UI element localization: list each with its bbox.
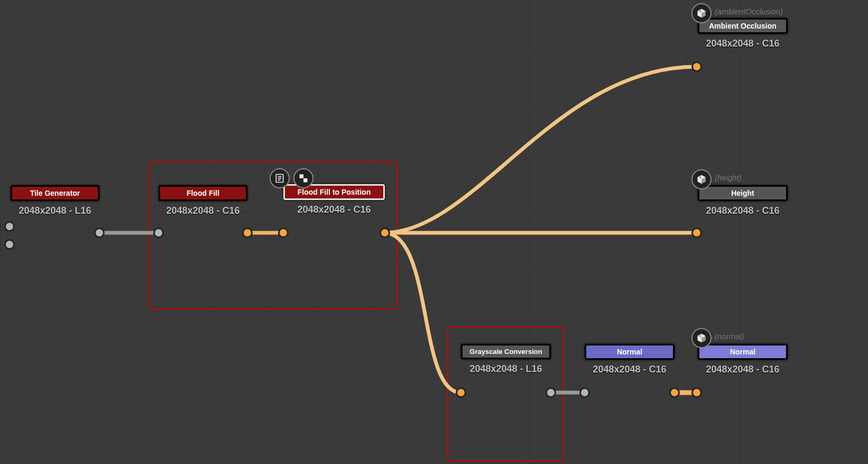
port-in-orange[interactable] (691, 61, 702, 72)
svg-rect-7 (303, 178, 308, 183)
port-in-grey[interactable] (579, 387, 590, 398)
port-in-orange[interactable] (278, 228, 289, 238)
port-out-orange[interactable] (380, 228, 390, 238)
port-out-orange[interactable] (242, 228, 253, 238)
svg-rect-5 (303, 175, 308, 179)
output-badge-icon[interactable] (691, 328, 712, 348)
node-normal-output[interactable]: Normal 2048x2048 - C16 (698, 344, 788, 375)
ghost-label: (normal) (715, 332, 744, 341)
node-caption: 2048x2048 - C16 (698, 205, 788, 216)
port-out-grey[interactable] (546, 387, 556, 398)
node-grayscale-conversion[interactable]: Grayscale Conversion 2048x2048 - L16 (461, 344, 551, 375)
color-mode-badge-icon[interactable] (293, 168, 313, 188)
port-in-orange[interactable] (691, 387, 702, 398)
port-in-grey[interactable] (153, 228, 164, 238)
node-caption: 2048x2048 - L16 (461, 363, 551, 375)
node-title: Grayscale Conversion (463, 345, 549, 358)
node-flood-fill[interactable]: Flood Fill 2048x2048 - C16 (159, 185, 247, 216)
node-normal[interactable]: Normal 2048x2048 - C16 (585, 344, 675, 375)
svg-rect-4 (300, 175, 304, 179)
node-tile-generator[interactable]: Tile Generator 2048x2048 - L16 (11, 185, 99, 216)
port-in-grey[interactable] (4, 221, 15, 232)
node-flood-fill-to-position[interactable]: Flood Fill to Position 2048x2048 - C16 (283, 184, 385, 215)
port-in-orange[interactable] (456, 387, 466, 398)
wire-layer (0, 0, 868, 464)
node-caption: 2048x2048 - C16 (283, 204, 385, 215)
output-badge-icon[interactable] (691, 3, 712, 23)
node-caption: 2048x2048 - L16 (11, 205, 99, 216)
port-out-orange[interactable] (669, 387, 680, 398)
node-title: Ambient Occlusion (699, 20, 786, 32)
node-title: Flood Fill (160, 187, 246, 199)
port-in-orange[interactable] (691, 228, 702, 238)
node-height[interactable]: Height 2048x2048 - C16 (698, 185, 788, 216)
node-title: Normal (586, 345, 673, 358)
node-caption: 2048x2048 - C16 (698, 38, 788, 49)
info-badge-icon[interactable] (270, 168, 290, 188)
port-in-grey-2[interactable] (4, 239, 15, 250)
ghost-label: (height) (715, 173, 742, 182)
port-out-grey[interactable] (94, 228, 105, 238)
node-caption: 2048x2048 - C16 (585, 364, 675, 375)
ghost-label: (ambientOcclusion) (715, 7, 783, 16)
node-title: Tile Generator (12, 187, 98, 199)
node-title: Normal (699, 345, 786, 358)
svg-rect-6 (300, 178, 304, 183)
node-caption: 2048x2048 - C16 (159, 205, 247, 216)
output-badge-icon[interactable] (691, 169, 712, 189)
node-title: Height (699, 187, 786, 199)
node-ambient-occlusion[interactable]: Ambient Occlusion 2048x2048 - C16 (698, 18, 788, 49)
node-caption: 2048x2048 - C16 (698, 364, 788, 375)
